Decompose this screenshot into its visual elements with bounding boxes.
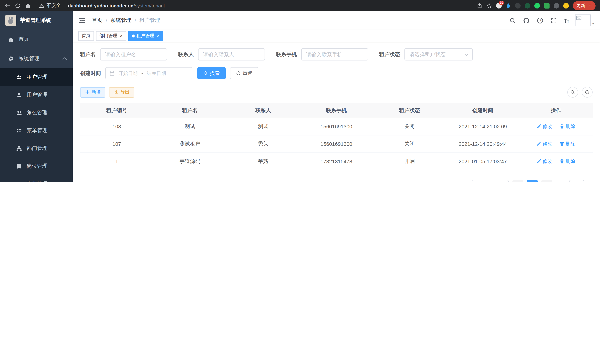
delete-link[interactable]: 删除 [560, 141, 575, 147]
extension-icon-6[interactable] [554, 3, 559, 8]
header-search-icon[interactable] [509, 17, 516, 24]
search-icon [203, 71, 208, 76]
table-row: 108 测试 测试 15601691300 关闭 2021-12-14 21:0… [80, 118, 593, 135]
screen: 不安全 dashboard.yudao.iocoder.cn /system/t… [0, 0, 600, 182]
browser-toolbar: 不安全 dashboard.yudao.iocoder.cn /system/t… [0, 0, 600, 11]
search-icon [570, 90, 575, 95]
add-button[interactable]: 新增 [80, 87, 105, 97]
extension-icon-5[interactable] [544, 3, 550, 8]
contact-mobile-input[interactable] [301, 48, 368, 60]
sidebar-item-dict[interactable]: 字典管理 [0, 175, 73, 182]
tenant-status-select[interactable]: 请选择租户状态 [404, 48, 473, 60]
sidebar-item-label: 角色管理 [27, 110, 47, 116]
range-separator: - [141, 71, 143, 76]
cell-tenant-id: 107 [80, 135, 153, 153]
breadcrumb-home[interactable]: 首页 [92, 17, 103, 24]
filter-row-1: 租户名 联系人 联系手机 租户状态 请选择租户状态 [80, 48, 593, 60]
sidebar-item-tenant[interactable]: 租户管理 [0, 68, 73, 86]
sidebar-item-home[interactable]: 首页 [0, 30, 73, 49]
active-dot [131, 34, 134, 37]
tab-tenant[interactable]: 租户管理 × [128, 31, 163, 41]
reload-icon[interactable] [15, 3, 20, 8]
sidebar-item-label: 系统管理 [19, 55, 39, 62]
field-label: 联系人 [178, 51, 198, 58]
extension-icon-drop[interactable] [506, 3, 511, 8]
kebab-menu-icon[interactable] [588, 3, 592, 8]
share-icon[interactable] [477, 3, 482, 8]
cell-status: 关闭 [373, 118, 446, 135]
sidebar-item-user[interactable]: 用户管理 [0, 86, 73, 104]
home-icon [8, 37, 14, 42]
field-label: 联系手机 [276, 51, 301, 58]
cell-contact: 秃头 [226, 135, 300, 153]
github-icon[interactable] [523, 17, 530, 24]
reset-button-label: 重置 [243, 70, 252, 77]
toggle-search-button[interactable] [567, 87, 578, 98]
breadcrumb-tenant: 租户管理 [140, 17, 160, 24]
extension-icon-2[interactable] [515, 3, 521, 8]
browser-actions: 10 更新 [477, 1, 596, 10]
refresh-table-button[interactable] [582, 87, 593, 98]
edit-link[interactable]: 修改 [537, 158, 552, 165]
font-size-icon[interactable]: TT [564, 17, 569, 24]
page-size-value: 10条/页 [476, 182, 492, 182]
fullscreen-icon[interactable] [550, 17, 558, 24]
page-size-select[interactable]: 10条/页 [472, 180, 509, 182]
filter-contact-mobile: 联系手机 [276, 48, 368, 60]
download-icon [114, 90, 119, 95]
sidebar-item-menu[interactable]: 菜单管理 [0, 122, 73, 140]
jump-prefix-label: 前往 [556, 182, 565, 182]
extension-icon-1[interactable]: 10 [496, 3, 502, 8]
next-page-button[interactable]: › [541, 180, 552, 182]
reset-button[interactable]: 重置 [230, 67, 258, 79]
sidebar-item-post[interactable]: 岗位管理 [0, 157, 73, 175]
tab-dept[interactable]: 部门管理 × [96, 31, 126, 41]
edit-link[interactable]: 修改 [537, 141, 552, 147]
sidebar-fold-icon[interactable] [79, 17, 86, 24]
back-icon[interactable] [4, 3, 10, 8]
sidebar: 芋道管理系统 首页 系统管理 租户管理 用户管理 [0, 11, 73, 182]
address-bar[interactable]: dashboard.yudao.iocoder.cn /system/tenan… [68, 3, 165, 8]
cell-contact: 芋艿 [226, 153, 300, 170]
create-time-range-picker[interactable]: 开始日期 - 结束日期 [105, 67, 192, 79]
jump-page-input[interactable] [569, 180, 584, 182]
delete-label: 删除 [566, 123, 575, 130]
extension-icon-4[interactable] [534, 3, 540, 8]
logo-avatar [5, 15, 16, 26]
sidebar-item-system[interactable]: 系统管理 [0, 49, 73, 68]
tab-label: 租户管理 [136, 33, 154, 39]
search-button[interactable]: 搜索 [197, 67, 225, 79]
export-button[interactable]: 导出 [109, 87, 134, 97]
bookmark-star-icon[interactable] [487, 3, 492, 8]
post-badge-icon [16, 163, 22, 169]
prev-page-button[interactable]: ‹ [512, 180, 523, 182]
cell-create-time: 2021-12-14 20:49:44 [446, 135, 519, 153]
user-avatar[interactable]: ▾ [575, 14, 594, 26]
breadcrumb-system[interactable]: 系统管理 [111, 17, 131, 24]
tab-home[interactable]: 首页 [78, 31, 94, 41]
browser-home-icon[interactable] [25, 3, 31, 8]
close-icon[interactable]: × [157, 33, 159, 38]
extension-icon-3[interactable] [525, 3, 530, 8]
security-indicator[interactable]: 不安全 [39, 2, 61, 9]
role-icon [16, 110, 22, 116]
update-label: 更新 [576, 2, 585, 9]
delete-link[interactable]: 删除 [560, 158, 575, 165]
page-number-button[interactable]: 1 [527, 180, 538, 182]
table-toolbar: 新增 导出 [80, 87, 593, 98]
cell-mobile: 15601691300 [300, 135, 373, 153]
close-icon[interactable]: × [120, 33, 123, 38]
help-icon[interactable] [536, 17, 544, 24]
contact-name-input[interactable] [198, 48, 265, 60]
update-button[interactable]: 更新 [573, 1, 596, 10]
sidebar-item-dept[interactable]: 部门管理 [0, 140, 73, 157]
app-logo[interactable]: 芋道管理系统 [0, 11, 73, 30]
sidebar-item-role[interactable]: 角色管理 [0, 104, 73, 122]
tenant-name-input[interactable] [100, 48, 167, 60]
edit-link[interactable]: 修改 [537, 123, 552, 130]
extension-icon-7[interactable] [563, 3, 569, 8]
cell-create-time: 2021-01-05 17:03:47 [446, 153, 519, 170]
edit-label: 修改 [543, 123, 552, 130]
app-title: 芋道管理系统 [20, 17, 51, 24]
delete-link[interactable]: 删除 [560, 123, 575, 130]
